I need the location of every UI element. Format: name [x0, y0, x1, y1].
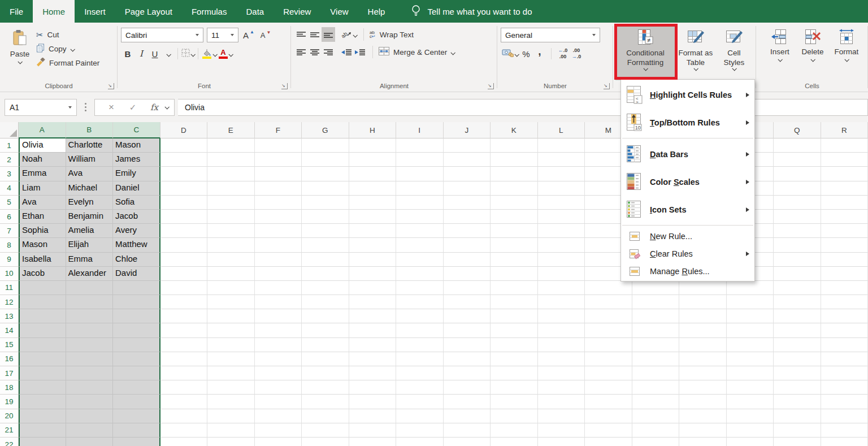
cell-Q8[interactable]	[774, 238, 821, 252]
cell-B9[interactable]: Emma	[66, 253, 114, 267]
column-header-G[interactable]: G	[302, 122, 349, 138]
cell-G17[interactable]	[302, 366, 349, 380]
cell-C6[interactable]: Jacob	[113, 210, 160, 224]
cell-A7[interactable]: Sophia	[19, 224, 66, 238]
cell-styles-button[interactable]: Cell Styles	[716, 25, 752, 80]
cell-E10[interactable]	[207, 267, 255, 281]
cell-C12[interactable]	[113, 295, 160, 309]
cell-Q11[interactable]	[774, 281, 821, 295]
cell-D13[interactable]	[160, 309, 208, 323]
cell-I3[interactable]	[396, 167, 444, 181]
cell-C1[interactable]: Mason	[113, 138, 160, 153]
cell-A8[interactable]: Mason	[19, 238, 66, 252]
cell-D6[interactable]	[160, 210, 208, 224]
cell-M13[interactable]	[585, 309, 632, 323]
cell-F10[interactable]	[255, 267, 302, 281]
cell-Q4[interactable]	[774, 181, 821, 196]
middle-align-button[interactable]	[308, 27, 322, 42]
cell-O14[interactable]	[679, 323, 727, 337]
merge-center-button[interactable]: Merge & Center	[379, 45, 454, 59]
cell-A15[interactable]	[19, 338, 66, 352]
cell-G13[interactable]	[302, 309, 349, 323]
cell-H14[interactable]	[349, 323, 397, 337]
cell-M17[interactable]	[585, 366, 632, 380]
menu-item-highlight-cells-rules[interactable]: <> Highlight Cells Rules	[621, 81, 754, 109]
cell-M14[interactable]	[585, 323, 632, 337]
paste-button[interactable]: Paste	[3, 25, 36, 80]
name-box[interactable]: A1	[5, 99, 77, 116]
font-size-combo[interactable]: 11	[207, 28, 238, 42]
align-right-button[interactable]	[322, 45, 335, 59]
cell-I22[interactable]	[396, 438, 444, 446]
cell-B20[interactable]	[66, 409, 114, 423]
select-all-corner[interactable]	[0, 122, 19, 138]
cell-J6[interactable]	[444, 210, 491, 224]
cell-B3[interactable]: Ava	[66, 167, 114, 181]
row-header-1[interactable]: 1	[0, 138, 19, 153]
cell-H19[interactable]	[349, 395, 397, 409]
cell-R20[interactable]	[821, 409, 868, 423]
cell-F3[interactable]	[255, 167, 302, 181]
cell-K3[interactable]	[491, 167, 538, 181]
cell-P22[interactable]	[727, 438, 774, 446]
cell-J11[interactable]	[444, 281, 491, 295]
conditional-formatting-button[interactable]: ≠ Conditional Formatting	[615, 25, 675, 80]
cell-H17[interactable]	[349, 366, 397, 380]
cell-Q19[interactable]	[774, 395, 821, 409]
column-header-R[interactable]: R	[821, 122, 868, 138]
cell-J22[interactable]	[444, 438, 491, 446]
cell-H10[interactable]	[349, 267, 397, 281]
cell-Q14[interactable]	[774, 323, 821, 337]
cell-A3[interactable]: Emma	[19, 167, 66, 181]
cell-G12[interactable]	[302, 295, 349, 309]
cell-K21[interactable]	[491, 423, 538, 438]
cell-H7[interactable]	[349, 224, 397, 238]
cell-H12[interactable]	[349, 295, 397, 309]
cell-D14[interactable]	[160, 323, 208, 337]
cell-K8[interactable]	[491, 238, 538, 252]
cell-D2[interactable]	[160, 153, 208, 167]
row-header-5[interactable]: 5	[0, 196, 19, 210]
cell-R9[interactable]	[821, 253, 868, 267]
cell-R19[interactable]	[821, 395, 868, 409]
cell-H5[interactable]	[349, 196, 397, 210]
formula-bar-resize-handle[interactable]	[85, 106, 86, 108]
cell-H15[interactable]	[349, 338, 397, 352]
cell-J4[interactable]	[444, 181, 491, 196]
tab-help[interactable]: Help	[358, 0, 395, 23]
cell-K6[interactable]	[491, 210, 538, 224]
cell-O22[interactable]	[679, 438, 727, 446]
copy-button[interactable]: Copy	[36, 42, 99, 56]
cell-I14[interactable]	[396, 323, 444, 337]
cell-B12[interactable]	[66, 295, 114, 309]
cell-L9[interactable]	[538, 253, 585, 267]
cell-K19[interactable]	[491, 395, 538, 409]
cell-N21[interactable]	[632, 423, 680, 438]
cell-E11[interactable]	[207, 281, 255, 295]
cell-R12[interactable]	[821, 295, 868, 309]
column-header-K[interactable]: K	[491, 122, 538, 138]
row-header-13[interactable]: 13	[0, 309, 19, 323]
tab-view[interactable]: View	[320, 0, 358, 23]
format-painter-button[interactable]: Format Painter	[36, 56, 99, 70]
cell-D4[interactable]	[160, 181, 208, 196]
comma-style-button[interactable]: ,	[533, 46, 546, 61]
cell-N11[interactable]	[632, 281, 680, 295]
cell-A1[interactable]: Olivia	[19, 138, 66, 153]
cell-B22[interactable]	[66, 438, 114, 446]
cell-R2[interactable]	[821, 153, 868, 167]
cell-K4[interactable]	[491, 181, 538, 196]
cell-R21[interactable]	[821, 423, 868, 438]
cell-R7[interactable]	[821, 224, 868, 238]
cell-D12[interactable]	[160, 295, 208, 309]
cell-F16[interactable]	[255, 352, 302, 366]
cell-P15[interactable]	[727, 338, 774, 352]
cell-E6[interactable]	[207, 210, 255, 224]
insert-cells-button[interactable]: Insert	[765, 25, 795, 80]
cell-I15[interactable]	[396, 338, 444, 352]
cell-B1[interactable]: Charlotte	[66, 138, 114, 153]
menu-item-color-scales[interactable]: Color Scales	[621, 168, 754, 196]
cell-R14[interactable]	[821, 323, 868, 337]
cell-B5[interactable]: Evelyn	[66, 196, 114, 210]
cell-Q9[interactable]	[774, 253, 821, 267]
